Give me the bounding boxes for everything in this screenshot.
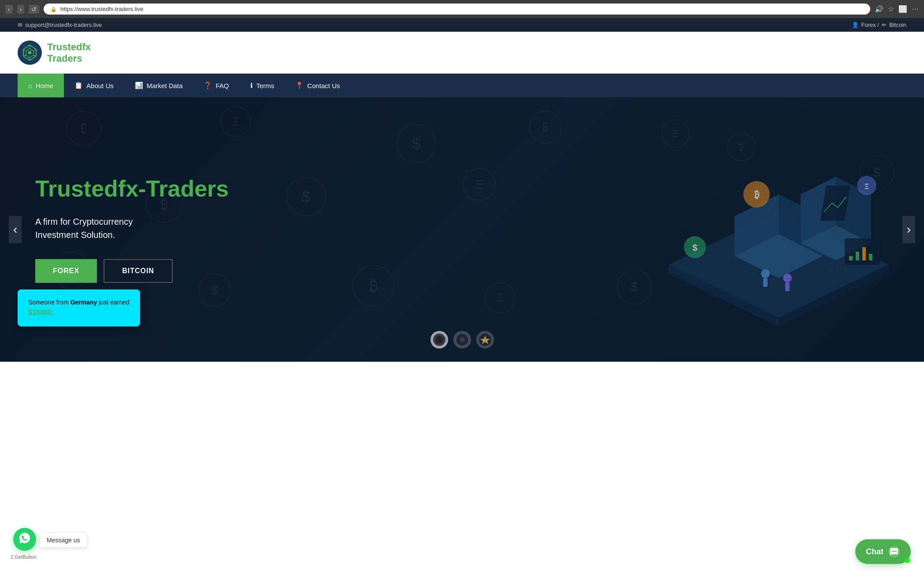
top-bar-right: 👤 Forex / ✏ Bitcoin	[852, 22, 907, 28]
svg-rect-25	[785, 282, 790, 291]
faq-icon: ❓	[204, 82, 212, 89]
nav-faq-label: FAQ	[215, 82, 229, 89]
site-header: Trustedfx Traders	[0, 32, 924, 74]
svg-text:Ξ: Ξ	[865, 183, 869, 190]
about-icon: 📋	[74, 82, 83, 89]
notification-country: Germany	[71, 299, 97, 306]
nav-terms[interactable]: ℹ Terms	[240, 74, 285, 97]
carousel-dot-1[interactable]	[430, 331, 448, 349]
main-nav: ⌂ Home 📋 About Us 📊 Market Data ❓ FAQ ℹ …	[0, 74, 924, 97]
address-bar[interactable]: 🔒 https://www.trustedfx-traders.live	[44, 4, 870, 15]
nav-about-label: About Us	[86, 82, 114, 89]
svg-rect-29	[862, 247, 866, 260]
home-icon: ⌂	[28, 82, 32, 89]
terms-icon: ℹ	[250, 82, 253, 89]
notification-dot: .	[52, 309, 53, 316]
svg-point-36	[436, 336, 443, 343]
hero-subtitle: A firm for Cryptocurrency Investment Sol…	[35, 215, 229, 241]
top-bar: ✉ support@trustedfx-traders.live 👤 Forex…	[0, 18, 924, 32]
market-icon: 📊	[135, 82, 143, 89]
notification-amount: $10000	[28, 309, 52, 316]
carousel-dot-3[interactable]	[476, 331, 494, 349]
more-button[interactable]: ⋯	[912, 5, 919, 13]
hero-subtitle-line2: Investment Solution.	[35, 230, 115, 240]
tab-button[interactable]: ⬜	[898, 5, 907, 13]
nav-market[interactable]: 📊 Market Data	[124, 74, 193, 97]
carousel-dot-2[interactable]	[453, 331, 471, 349]
contact-icon: 📍	[295, 82, 304, 89]
logo-icon	[18, 41, 42, 65]
hero-buttons: FOREX BITCOIN	[35, 259, 229, 283]
svg-rect-27	[849, 256, 853, 260]
lock-icon: 🔒	[50, 6, 57, 12]
url-text: https://www.trustedfx-traders.live	[60, 6, 143, 12]
notification-popup: Someone from Germany just earned $10000.	[18, 289, 140, 326]
hero-title: Trustedfx-Traders	[35, 176, 229, 201]
nav-market-label: Market Data	[147, 82, 183, 89]
svg-text:$: $	[692, 243, 697, 252]
svg-text:₿: ₿	[754, 189, 759, 200]
svg-rect-23	[763, 278, 768, 287]
svg-rect-30	[869, 254, 872, 260]
notification-prefix: Someone from	[28, 299, 71, 306]
nav-contact[interactable]: 📍 Contact Us	[285, 74, 350, 97]
svg-point-22	[761, 269, 770, 278]
nav-home-label: Home	[36, 82, 53, 89]
top-bar-left: ✉ support@trustedfx-traders.live	[18, 22, 102, 28]
edit-icon: ✏	[882, 22, 887, 28]
svg-point-38	[460, 337, 465, 342]
carousel-prev[interactable]: ‹	[9, 216, 22, 243]
carousel-next[interactable]: ›	[902, 216, 915, 243]
refresh-button[interactable]: ↺	[29, 5, 39, 14]
nav-terms-label: Terms	[256, 82, 275, 89]
carousel-dots	[430, 331, 494, 349]
svg-point-9	[28, 51, 32, 55]
hero-content: Trustedfx-Traders A firm for Cryptocurre…	[0, 150, 264, 309]
forex-button[interactable]: FOREX	[35, 259, 97, 283]
forward-button[interactable]: ›	[17, 5, 25, 14]
back-button[interactable]: ‹	[5, 5, 13, 14]
nav-home[interactable]: ⌂ Home	[18, 74, 64, 97]
favorites-button[interactable]: ☆	[888, 5, 894, 13]
browser-chrome: ‹ › ↺ 🔒 https://www.trustedfx-traders.li…	[0, 0, 924, 18]
bitcoin-button[interactable]: BITCOIN	[104, 259, 173, 283]
hero-subtitle-line1: A firm for Cryptocurrency	[35, 217, 133, 226]
hero-section: ₿ Ξ $ ₿ Ξ ₿ $ ₿ Ξ $ ₿ Ξ ₿ $ Ξ ₿ $	[0, 97, 924, 362]
forex-link[interactable]: Forex /	[861, 22, 879, 28]
email-icon: ✉	[18, 22, 22, 28]
svg-rect-28	[856, 252, 859, 260]
notification-suffix: just earned	[97, 299, 129, 306]
notification-text: Someone from Germany just earned $10000.	[28, 297, 130, 319]
nav-contact-label: Contact Us	[307, 82, 340, 89]
bitcoin-link[interactable]: Bitcoin	[889, 22, 906, 28]
svg-point-24	[783, 274, 792, 282]
nav-faq[interactable]: ❓ FAQ	[193, 74, 239, 97]
logo-container[interactable]: Trustedfx Traders	[18, 41, 91, 65]
nav-about[interactable]: 📋 About Us	[64, 74, 124, 97]
logo-text: Trustedfx Traders	[47, 41, 91, 64]
user-icon: 👤	[852, 22, 859, 28]
iso-scene: ₿ $ Ξ	[624, 106, 924, 353]
read-aloud-button[interactable]: 🔊	[875, 5, 883, 13]
support-email[interactable]: support@trustedfx-traders.live	[25, 22, 102, 28]
